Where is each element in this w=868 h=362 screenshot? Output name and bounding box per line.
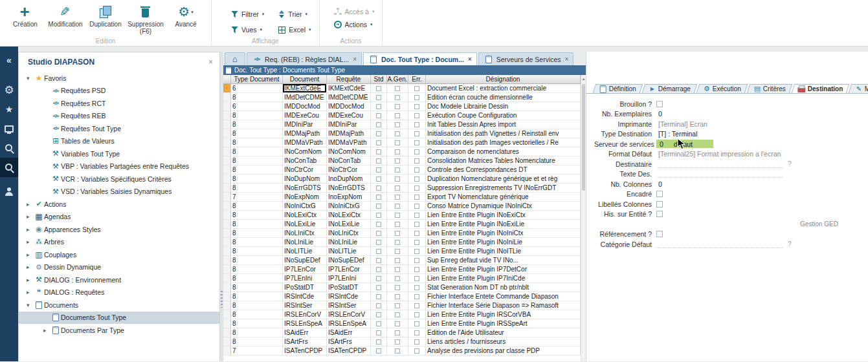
- std-checkbox[interactable]: [376, 267, 381, 272]
- agen-checkbox[interactable]: [395, 312, 400, 317]
- nav-strip-item[interactable]: [0, 158, 18, 177]
- std-checkbox[interactable]: [376, 321, 381, 326]
- tree-item[interactable]: VCR : Variables Spécifiques Critères: [19, 173, 219, 186]
- table-row[interactable]: 8 INoConTab INoConTab Consolidation Matr…: [223, 156, 581, 165]
- expand-arrow-icon[interactable]: ▸: [43, 327, 50, 334]
- document-cell[interactable]: IP7LEnCor: [283, 265, 327, 274]
- document-cell[interactable]: ISAidErr: [283, 328, 327, 337]
- err-checkbox[interactable]: [414, 86, 419, 91]
- checkbox[interactable]: [656, 211, 663, 217]
- nav-strip-item[interactable]: [0, 138, 18, 158]
- expand-arrow-icon[interactable]: ▸: [27, 289, 34, 295]
- input-field[interactable]: [656, 240, 783, 248]
- nav-strip-item[interactable]: [0, 80, 18, 100]
- err-checkbox[interactable]: [414, 240, 419, 245]
- document-cell[interactable]: INoCtrCor: [283, 165, 327, 175]
- table-row[interactable]: 8 IRSLEnSpeA IRSLEnSpeA Lien Entre Entit…: [223, 319, 581, 328]
- err-checkbox[interactable]: [414, 140, 419, 145]
- row-selector-cell[interactable]: [223, 211, 231, 220]
- close-tab-icon[interactable]: [565, 56, 569, 63]
- err-checkbox[interactable]: [414, 104, 419, 109]
- err-checkbox[interactable]: [414, 186, 419, 191]
- row-selector-cell[interactable]: [223, 202, 231, 211]
- row-selector-cell[interactable]: [223, 138, 231, 147]
- document-cell[interactable]: ISATenCPDP: [283, 346, 327, 356]
- checkbox[interactable]: [656, 101, 663, 107]
- ribbon-small-button[interactable]: Accès à ▾: [331, 6, 377, 17]
- table-row[interactable]: 8 IP7LEnIni IP7LEnIni Lien Entre Entite …: [223, 274, 581, 283]
- std-checkbox[interactable]: [376, 186, 381, 191]
- tree-item[interactable]: ▸ DIALOG : Environnement: [19, 273, 219, 286]
- document-tab[interactable]: Doc. Tout Type : Docum...: [363, 52, 477, 65]
- document-cell[interactable]: INoExpNom: [283, 193, 327, 202]
- err-checkbox[interactable]: [414, 176, 419, 182]
- tree-item[interactable]: VSD : Variables Saisies Dynamiques: [19, 186, 219, 198]
- table-row[interactable]: 8 IP7LEnCor IP7LEnCor Lien Entre Entite …: [223, 265, 581, 274]
- agen-checkbox[interactable]: [395, 176, 400, 182]
- row-selector-cell[interactable]: [223, 283, 231, 292]
- agen-checkbox[interactable]: [395, 249, 400, 254]
- agen-checkbox[interactable]: [395, 285, 400, 290]
- document-cell[interactable]: INoLExiLie: [283, 220, 327, 229]
- nav-strip-item[interactable]: [0, 182, 18, 202]
- document-cell[interactable]: IMdDetCDME: [283, 93, 327, 102]
- err-checkbox[interactable]: [414, 131, 419, 136]
- row-selector-cell[interactable]: [223, 120, 231, 129]
- document-cell[interactable]: IPoStatDT: [283, 283, 327, 292]
- agen-checkbox[interactable]: [395, 240, 400, 245]
- document-cell[interactable]: INoLITLie: [283, 247, 327, 256]
- tree-item[interactable]: Requêtes PSD: [19, 85, 219, 98]
- table-row[interactable]: 8 IRSIntSer IRSIntSer Fichier Interface …: [223, 301, 581, 310]
- input-field[interactable]: [656, 160, 783, 168]
- err-checkbox[interactable]: [414, 204, 419, 209]
- panel-tab[interactable]: Exécution: [696, 84, 747, 93]
- err-checkbox[interactable]: [414, 213, 419, 218]
- tree-item[interactable]: ▸ DIALOG : Requêtes: [19, 286, 219, 299]
- nav-strip-item[interactable]: [0, 50, 18, 70]
- tree-item[interactable]: ▸ Apparences Styles: [19, 223, 219, 236]
- ribbon-button[interactable]: Suppression (F6): [126, 3, 166, 35]
- std-checkbox[interactable]: [376, 294, 381, 299]
- table-row[interactable]: 6 IKMExtCdeE IKMExtCdeE Document Excel :…: [223, 84, 581, 93]
- scrollbar-thumb[interactable]: [582, 84, 585, 191]
- expand-arrow-icon[interactable]: ▸: [27, 277, 34, 283]
- document-cell[interactable]: INoDupNom: [283, 175, 327, 184]
- row-selector-cell[interactable]: [223, 175, 231, 184]
- err-checkbox[interactable]: [414, 267, 419, 272]
- std-checkbox[interactable]: [376, 113, 381, 118]
- column-header[interactable]: Std: [371, 75, 387, 83]
- document-cell[interactable]: IKMExtCdeE: [283, 84, 327, 93]
- agen-checkbox[interactable]: [395, 204, 400, 209]
- std-checkbox[interactable]: [376, 285, 381, 290]
- err-checkbox[interactable]: [414, 222, 419, 227]
- row-selector-cell[interactable]: [223, 265, 231, 274]
- table-row[interactable]: 6 IMDDocMod IMDDocMod Doc Modele Librair…: [223, 102, 581, 111]
- agen-checkbox[interactable]: [395, 294, 400, 299]
- tree-item[interactable]: Variables Tout Type: [19, 147, 219, 160]
- document-cell[interactable]: IMDExeCou: [283, 111, 327, 120]
- agen-checkbox[interactable]: [395, 86, 400, 91]
- panel-tab[interactable]: Destination: [791, 84, 849, 93]
- std-checkbox[interactable]: [376, 339, 381, 345]
- table-row[interactable]: 8 IMDExeCou IMDExeCou Exécution Coupe Co…: [223, 111, 581, 120]
- document-cell[interactable]: IRSIntCde: [283, 292, 327, 301]
- std-checkbox[interactable]: [376, 330, 381, 335]
- ribbon-small-button[interactable]: Excel ▾: [276, 22, 313, 37]
- err-checkbox[interactable]: [414, 312, 419, 317]
- std-checkbox[interactable]: [376, 258, 381, 263]
- err-checkbox[interactable]: [414, 348, 419, 354]
- panel-tab[interactable]: Définition: [593, 84, 643, 93]
- row-selector-cell[interactable]: [223, 156, 231, 165]
- table-row[interactable]: 8 INoLIniCtx INoLIniCtx Lien Entre Entit…: [223, 229, 581, 238]
- table-row[interactable]: 8 IMDMaVPath IMDMaVPath Initialisation d…: [223, 138, 581, 147]
- scroll-up-icon[interactable]: ▲: [581, 75, 586, 83]
- row-selector-cell[interactable]: [223, 111, 231, 120]
- row-selector-cell[interactable]: [223, 247, 231, 256]
- agen-checkbox[interactable]: [395, 213, 400, 218]
- err-checkbox[interactable]: [414, 231, 419, 236]
- err-checkbox[interactable]: [414, 195, 419, 200]
- std-checkbox[interactable]: [376, 195, 381, 200]
- column-header[interactable]: Désignation: [426, 75, 581, 83]
- std-checkbox[interactable]: [376, 104, 381, 109]
- document-tab[interactable]: Req. (REB) : Règles DIAL...: [247, 52, 362, 65]
